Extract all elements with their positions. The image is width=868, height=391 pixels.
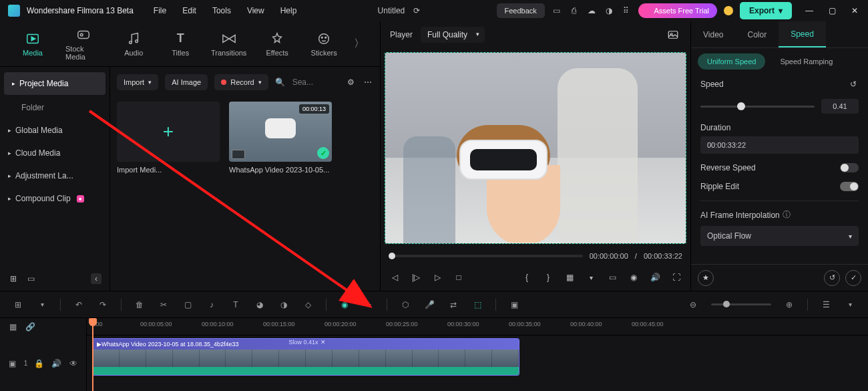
search-input[interactable] [292,78,319,87]
chevron-down-icon[interactable]: ▾ [585,271,597,283]
tl-chevron-icon[interactable]: ▾ [36,299,48,311]
timeline-ruler[interactable]: 0:00 00:00:05:00 00:00:10:00 00:00:15:00… [87,318,868,336]
sidebar-cloud-media[interactable]: ▸Cloud Media [0,142,110,164]
speed-value[interactable]: 0.41 [821,99,859,114]
history-icon[interactable]: ⟳ [411,5,422,16]
ai-image-button[interactable]: AI Image [165,74,208,90]
music-icon[interactable]: ♪ [206,299,218,311]
record-button[interactable]: Record ▾ [214,74,268,90]
video-track-icon[interactable]: ▣ [7,358,19,370]
play-icon[interactable]: ▷ [431,271,443,283]
tab-stickers[interactable]: Stickers [304,29,343,59]
maximize-button[interactable]: ▢ [827,5,837,16]
duration-value[interactable]: 00:00:33:22 [700,136,859,154]
sidebar-compound[interactable]: ▸Compound Clip● [0,187,110,210]
tabs-more-button[interactable]: 〉 [351,35,367,53]
speed-icon[interactable]: ◕ [254,299,266,311]
preview-viewport[interactable] [385,52,686,244]
timeline-clip[interactable]: ▶ WhatsApp Video 2023-10-05 at 18.08.35_… [92,338,519,376]
collapse-icon[interactable]: ‹ [91,273,101,284]
new-folder-icon[interactable]: ⊞ [8,273,19,284]
list-icon[interactable]: ☰ [820,299,832,311]
menu-view[interactable]: View [240,3,271,18]
crop-icon[interactable]: ▢ [182,299,194,311]
folder-icon[interactable]: ▭ [25,273,36,284]
zoom-out-icon[interactable]: ⊖ [687,299,699,311]
save-preset-button[interactable]: ★ [698,270,714,286]
lock-icon[interactable]: 🔒 [33,358,45,370]
search-icon[interactable]: 🔍 [275,77,286,88]
fullscreen-icon[interactable]: ⛶ [670,271,682,283]
tab-media[interactable]: Media [13,29,52,59]
reverse-toggle[interactable] [840,163,859,172]
zoom-in-icon[interactable]: ⊕ [783,299,795,311]
reset-icon[interactable]: ↺ [848,79,859,90]
ok-button[interactable]: ✓ [845,270,861,286]
ai-interp-select[interactable]: Optical Flow ▾ [700,226,859,246]
tab-transitions[interactable]: Transitions [208,29,250,59]
menu-help[interactable]: Help [274,3,304,18]
speed-slider[interactable] [700,106,815,108]
marker-icon[interactable]: ⬡ [399,299,411,311]
enhance-icon[interactable]: ✦ [363,299,375,311]
render-icon[interactable]: ▣ [508,299,520,311]
progress-slider[interactable] [389,255,583,257]
minimize-button[interactable]: — [804,5,815,16]
sidebar-adjustment[interactable]: ▸Adjustment La... [0,164,110,187]
ai-icon[interactable]: ◉ [339,299,351,311]
color-icon[interactable]: ◑ [278,299,290,311]
eye-icon[interactable]: 👁 [67,358,79,370]
quality-dropdown[interactable]: Full Quality ▾ [421,27,485,43]
track-icon[interactable]: ▦ [7,321,19,333]
snapshot-icon[interactable] [665,27,681,43]
mute-icon[interactable]: 🔊 [50,358,62,370]
menu-edit[interactable]: Edit [176,3,203,18]
rp-tab-color[interactable]: Color [735,21,779,47]
tl-menu-icon[interactable]: ⊞ [12,299,24,311]
subtab-uniform[interactable]: Uniform Speed [698,53,765,70]
video-media-card[interactable]: 00:00:13 ✓ WhatsApp Video 2023-10-05... [229,102,332,174]
coin-icon[interactable] [724,6,733,15]
link-icon[interactable]: ⬚ [471,299,483,311]
filter-icon[interactable]: ⚙ [345,77,356,88]
text-icon[interactable]: T [230,299,242,311]
sidebar-folder[interactable]: Folder [0,96,110,119]
export-button[interactable]: Export ▾ [740,2,792,19]
step-back-icon[interactable]: |▷ [410,271,422,283]
mark-in-icon[interactable]: { [521,271,533,283]
mixer-icon[interactable]: ⇄ [447,299,459,311]
camera-icon[interactable]: ◉ [628,271,640,283]
rp-tab-speed[interactable]: Speed [779,21,826,47]
sidebar-project-media[interactable]: ▸ Project Media [4,72,105,95]
ratio-icon[interactable]: ▦ [564,271,576,283]
undo-icon[interactable]: ↶ [73,299,85,311]
assets-trial-button[interactable]: ♦ Assets Free Trial [638,3,717,18]
delete-icon[interactable]: 🗑 [134,299,146,311]
tab-effects[interactable]: Effects [258,29,296,59]
mark-out-icon[interactable]: } [542,271,554,283]
cloud-icon[interactable]: ☁ [586,5,597,16]
reset-button[interactable]: ↺ [824,270,840,286]
volume-icon[interactable]: 🔊 [649,271,661,283]
apps-icon[interactable]: ⠿ [621,5,632,16]
close-button[interactable]: ✕ [849,5,860,16]
feedback-button[interactable]: Feedback [497,3,545,18]
headphone-icon[interactable]: ◑ [604,5,614,16]
import-media-card[interactable]: + Import Medi... [117,102,220,174]
link-track-icon[interactable]: 🔗 [24,321,36,333]
prev-icon[interactable]: ◁ [389,271,401,283]
sidebar-global-media[interactable]: ▸Global Media [0,119,110,142]
mic-icon[interactable]: 🎤 [423,299,435,311]
stop-icon[interactable]: □ [453,271,465,283]
display-icon[interactable]: ▭ [606,271,618,283]
zoom-slider[interactable] [711,303,771,305]
menu-tools[interactable]: Tools [206,3,238,18]
rp-tab-video[interactable]: Video [691,21,735,47]
split-icon[interactable]: ✂ [158,299,170,311]
tab-stock[interactable]: Stock Media [60,25,106,63]
menu-file[interactable]: File [147,3,173,18]
playhead[interactable] [92,318,93,391]
ripple-toggle[interactable] [840,182,859,191]
more-icon[interactable]: ⋯ [363,77,373,88]
import-button[interactable]: Import ▾ [117,74,158,90]
